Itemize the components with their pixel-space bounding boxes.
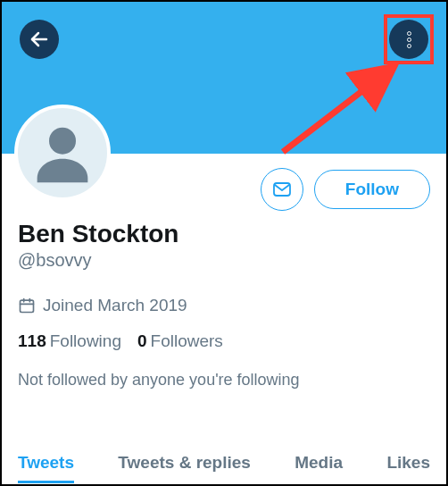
more-vertical-icon [407, 31, 411, 36]
back-button[interactable] [20, 20, 59, 59]
tab-media[interactable]: Media [295, 444, 343, 482]
tab-tweets[interactable]: Tweets [18, 444, 74, 482]
joined-date: Joined March 2019 [18, 296, 430, 315]
person-icon [27, 117, 98, 189]
joined-label: Joined March 2019 [43, 296, 187, 315]
calendar-icon [18, 297, 36, 314]
display-name: Ben Stockton [18, 220, 430, 248]
tab-tweets-replies[interactable]: Tweets & replies [118, 444, 251, 482]
message-button[interactable] [261, 168, 303, 211]
envelope-icon [271, 179, 293, 200]
tab-likes[interactable]: Likes [386, 444, 430, 482]
svg-rect-4 [21, 300, 34, 312]
profile-tabs: Tweets Tweets & replies Media Likes [2, 441, 446, 484]
more-options-button[interactable] [389, 20, 428, 59]
more-vertical-icon [407, 38, 411, 42]
user-handle: @bsovvy [18, 250, 430, 271]
annotation-highlight [384, 14, 434, 64]
svg-point-2 [49, 128, 76, 155]
svg-line-1 [283, 70, 390, 152]
followed-by-note: Not followed by anyone you're following [18, 371, 430, 390]
followers-count: 0 [137, 331, 147, 350]
annotation-arrow-icon [270, 54, 412, 161]
follow-stats: 118Following 0Followers [18, 331, 430, 351]
following-link[interactable]: 118Following [18, 331, 121, 351]
profile-info: Ben Stockton @bsovvy Joined March 2019 1… [2, 211, 446, 390]
arrow-left-icon [29, 29, 50, 50]
followers-label: Followers [151, 331, 223, 350]
more-vertical-icon [407, 44, 411, 48]
follow-button[interactable]: Follow [314, 170, 430, 209]
followers-link[interactable]: 0Followers [137, 331, 223, 351]
following-label: Following [50, 331, 121, 350]
avatar[interactable] [14, 105, 111, 201]
following-count: 118 [18, 331, 46, 350]
